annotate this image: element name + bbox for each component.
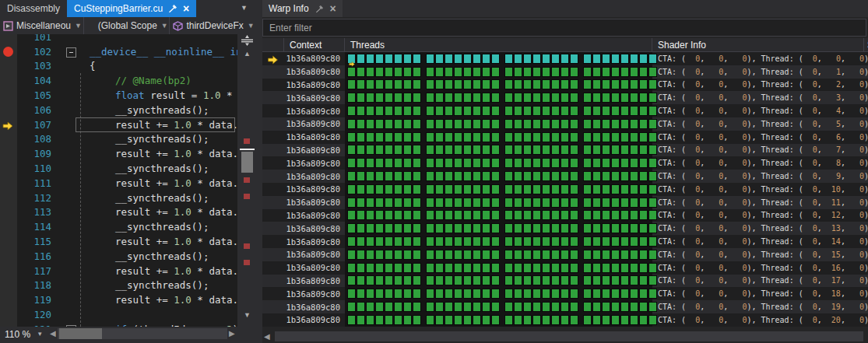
thread-block[interactable] (532, 54, 541, 64)
thread-block[interactable] (375, 315, 384, 325)
thread-block[interactable] (630, 67, 638, 77)
thread-block[interactable] (630, 119, 638, 129)
thread-block[interactable] (639, 158, 648, 168)
thread-block[interactable] (532, 93, 541, 103)
thread-block[interactable] (435, 158, 444, 168)
line-gutter[interactable] (0, 234, 17, 249)
column-header-selector[interactable] (262, 38, 284, 51)
thread-block[interactable] (375, 263, 384, 273)
thread-block[interactable] (620, 289, 629, 299)
thread-block[interactable] (630, 236, 638, 247)
thread-block[interactable] (639, 106, 648, 116)
thread-block[interactable] (583, 223, 592, 233)
thread-block[interactable] (583, 79, 592, 89)
thread-block[interactable] (570, 210, 578, 220)
thread-block[interactable] (561, 198, 569, 208)
thread-block[interactable] (347, 106, 356, 116)
row-selector-cell[interactable] (262, 248, 284, 261)
thread-block[interactable] (532, 289, 541, 299)
thread-block[interactable] (532, 79, 541, 89)
thread-block[interactable] (375, 184, 384, 194)
row-selector-cell[interactable] (262, 209, 284, 222)
thread-block[interactable] (473, 210, 481, 220)
thread-block[interactable] (394, 250, 402, 260)
thread-block[interactable] (426, 236, 434, 247)
thread-block[interactable] (523, 289, 532, 299)
thread-block[interactable] (602, 145, 610, 155)
thread-block[interactable] (639, 210, 648, 220)
thread-block[interactable] (523, 263, 532, 273)
code-editor[interactable]: 101102__device__ __noinline__ in103{104/… (0, 34, 237, 327)
warp-row[interactable]: 1b36a809c80CTA: ( 0, 0, 0), Thread: ( 0,… (262, 248, 868, 261)
shader-info-cell[interactable]: CTA: ( 0, 0, 0), Thread: ( 0, 20, 0) (652, 313, 864, 327)
thread-block[interactable] (347, 145, 356, 155)
thread-block[interactable] (491, 67, 500, 77)
thread-block[interactable] (551, 236, 560, 247)
thread-block[interactable] (491, 93, 500, 103)
thread-block[interactable] (403, 198, 412, 208)
shader-info-cell[interactable]: CTA: ( 0, 0, 0), Thread: ( 0, 17, 0) (652, 275, 864, 288)
thread-block[interactable] (357, 223, 365, 233)
tab-custeppingbarrier[interactable]: CuSteppingBarrier.cu × (67, 0, 196, 17)
thread-block[interactable] (385, 171, 393, 181)
thread-block[interactable] (482, 302, 490, 312)
warp-row[interactable]: 1b36a809c80CTA: ( 0, 0, 0), Thread: ( 0,… (262, 65, 868, 79)
thread-block[interactable] (445, 67, 453, 77)
thread-block[interactable] (491, 210, 500, 220)
tab-disassembly[interactable]: Disassembly (0, 0, 67, 17)
threads-cell[interactable] (345, 313, 652, 327)
thread-block[interactable] (413, 236, 421, 247)
thread-block[interactable] (630, 145, 638, 155)
thread-block[interactable] (445, 132, 453, 142)
thread-block[interactable] (648, 250, 657, 260)
thread-block[interactable] (413, 302, 421, 312)
thread-block[interactable] (426, 93, 434, 103)
thread-block[interactable] (639, 198, 648, 208)
thread-block[interactable] (504, 263, 513, 273)
thread-block[interactable] (375, 198, 384, 208)
thread-block[interactable] (504, 250, 513, 260)
threads-cell[interactable] (345, 196, 652, 209)
thread-block[interactable] (357, 250, 365, 260)
shader-info-cell[interactable]: CTA: ( 0, 0, 0), Thread: ( 0, 5, 0) (652, 117, 864, 131)
thread-block[interactable] (347, 302, 356, 312)
code-line[interactable]: 104// @Name(bp2) (0, 73, 237, 88)
context-cell[interactable]: 1b36a809c80 (284, 65, 345, 79)
thread-block[interactable] (454, 275, 462, 285)
thread-block[interactable] (366, 132, 374, 142)
thread-block[interactable] (592, 67, 601, 77)
code-line[interactable]: 102__device__ __noinline__ in (0, 44, 237, 59)
code-line[interactable]: 113result += 1.0 * data.x (0, 205, 237, 220)
thread-block[interactable] (630, 302, 638, 312)
thread-block[interactable] (385, 93, 393, 103)
thread-block[interactable] (385, 132, 393, 142)
thread-block[interactable] (347, 263, 356, 273)
shader-info-cell[interactable]: CTA: ( 0, 0, 0), Thread: ( 0, 15, 0) (652, 248, 864, 261)
thread-block[interactable] (504, 132, 513, 142)
thread-block[interactable] (366, 171, 374, 181)
thread-block[interactable] (435, 210, 444, 220)
thread-block[interactable] (620, 171, 629, 181)
thread-block[interactable] (542, 250, 550, 260)
thread-block[interactable] (561, 289, 569, 299)
threads-cell[interactable] (345, 52, 652, 65)
thread-block[interactable] (347, 236, 356, 247)
thread-block[interactable] (620, 275, 629, 285)
thread-block[interactable] (482, 210, 490, 220)
context-cell[interactable]: 1b36a809c80 (284, 91, 345, 104)
thread-block[interactable] (473, 198, 481, 208)
thread-block[interactable] (435, 93, 444, 103)
thread-block[interactable] (394, 67, 402, 77)
scroll-right-icon[interactable]: ▶ (229, 329, 235, 338)
thread-block[interactable] (611, 54, 620, 64)
thread-block[interactable] (394, 263, 402, 273)
thread-block[interactable] (403, 236, 412, 247)
thread-block[interactable] (551, 158, 560, 168)
thread-block[interactable] (639, 54, 648, 64)
line-gutter[interactable] (0, 103, 17, 117)
row-selector-cell[interactable] (262, 183, 284, 196)
thread-block[interactable] (463, 250, 472, 260)
thread-block[interactable] (347, 119, 356, 129)
thread-block[interactable] (583, 275, 592, 285)
thread-block[interactable] (491, 315, 500, 325)
